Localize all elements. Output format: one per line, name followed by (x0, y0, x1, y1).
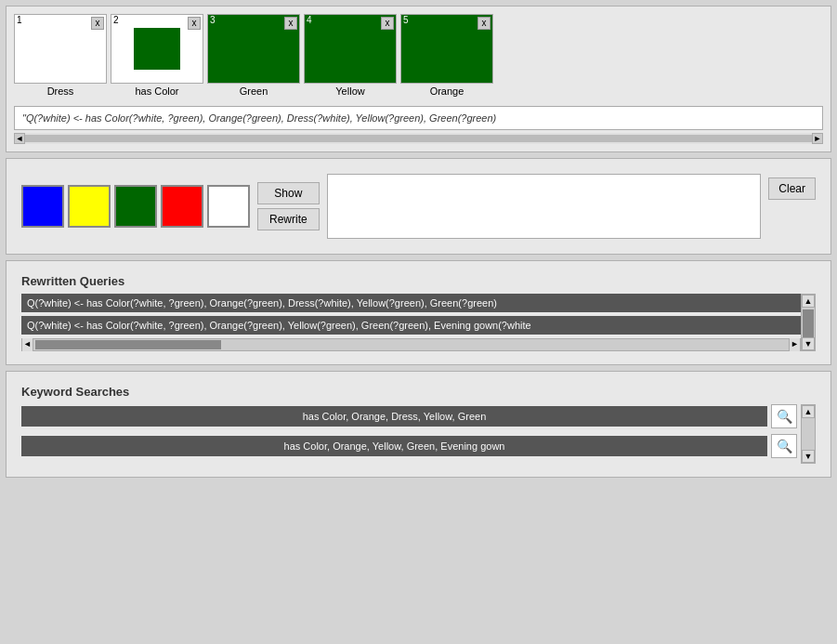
rq-vscroll-down[interactable]: ▼ (802, 337, 815, 350)
card-2-close[interactable]: x (188, 17, 201, 30)
rq-vscroll[interactable]: ▲ ▼ (801, 294, 816, 351)
ks-keyword-row-2: has Color, Orange, Yellow, Green, Evenin… (21, 434, 797, 458)
hscroll-left[interactable]: ◄ (14, 133, 25, 144)
swatch-white[interactable] (207, 185, 250, 228)
show-button[interactable]: Show (257, 182, 320, 204)
card-1-number: 1 (17, 15, 22, 25)
cards-area: 1 x Dress 2 x has Color 3 x (14, 14, 823, 144)
ks-keyword-row-1: has Color, Orange, Dress, Yellow, Green … (21, 404, 797, 428)
middle-content: Show Rewrite Clear (14, 166, 823, 246)
card-5-box: 5 x (400, 14, 493, 84)
card-3-label: Green (240, 85, 268, 97)
card-4-label: Yellow (335, 85, 364, 97)
ks-search-btn-1[interactable]: 🔍 (771, 404, 797, 428)
query-bar: "Q(?white) <- has Color(?white, ?green),… (14, 106, 823, 130)
clear-button[interactable]: Clear (768, 177, 816, 200)
rq-content: Rewritten Queries Q(?white) <- has Color… (14, 269, 823, 357)
keyword-searches-section: Keyword Searches has Color, Orange, Dres… (6, 371, 831, 478)
rq-hscroll-right[interactable]: ► (789, 338, 800, 351)
middle-section: Show Rewrite Clear (6, 158, 831, 255)
ks-vscroll-down[interactable]: ▼ (802, 450, 815, 463)
swatch-yellow[interactable] (68, 185, 111, 228)
card-5-label: Orange (430, 85, 464, 97)
ks-vscroll[interactable]: ▲ ▼ (801, 404, 816, 464)
card-2-green (134, 28, 180, 70)
card-3-box: 3 x (207, 14, 300, 84)
rq-title: Rewritten Queries (21, 274, 816, 288)
swatch-red[interactable] (161, 185, 203, 228)
ks-vscroll-up[interactable]: ▲ (802, 405, 815, 418)
rq-row: Q(?white) <- has Color(?white, ?green), … (21, 294, 816, 351)
ks-title: Keyword Searches (21, 385, 816, 399)
card-3-number: 3 (210, 15, 216, 25)
rq-item-1[interactable]: Q(?white) <- has Color(?white, ?green), … (21, 294, 801, 312)
card-2-box: 2 x (111, 14, 203, 84)
hscroll-right[interactable]: ► (812, 133, 823, 144)
rewritten-queries-section: Rewritten Queries Q(?white) <- has Color… (6, 260, 831, 365)
rq-vscroll-up[interactable]: ▲ (802, 295, 815, 308)
card-3-close[interactable]: x (284, 17, 297, 30)
card-1: 1 x Dress (14, 14, 107, 97)
rq-hscroll-track (223, 340, 789, 349)
card-1-box: 1 x (14, 14, 107, 84)
card-4: 4 x Yellow (304, 14, 397, 97)
ks-item-2: has Color, Orange, Yellow, Green, Evenin… (21, 436, 767, 456)
ks-content: Keyword Searches has Color, Orange, Dres… (14, 379, 823, 469)
card-1-close[interactable]: x (91, 17, 104, 30)
color-swatches (21, 185, 250, 228)
rq-vscroll-thumb (803, 309, 814, 337)
swatch-blue[interactable] (21, 185, 64, 228)
rewrite-output (327, 174, 762, 239)
card-3: 3 x Green (207, 14, 300, 97)
rq-list: Q(?white) <- has Color(?white, ?green), … (21, 294, 801, 351)
ks-list: has Color, Orange, Dress, Yellow, Green … (21, 404, 797, 464)
card-4-box: 4 x (304, 14, 397, 84)
card-4-close[interactable]: x (381, 17, 394, 30)
card-2-number: 2 (113, 15, 119, 25)
card-2: 2 x has Color (111, 14, 203, 97)
rq-hscroll[interactable]: ◄ ► (21, 338, 801, 351)
ks-row: has Color, Orange, Dress, Yellow, Green … (21, 404, 816, 464)
card-5-close[interactable]: x (477, 17, 490, 30)
top-section: 1 x Dress 2 x has Color 3 x (6, 6, 831, 152)
rewrite-button[interactable]: Rewrite (257, 208, 320, 230)
show-rewrite-buttons: Show Rewrite (257, 182, 320, 230)
ks-search-btn-2[interactable]: 🔍 (771, 434, 797, 458)
hscroll-track (25, 135, 812, 142)
card-5: 5 x Orange (400, 14, 493, 97)
card-1-label: Dress (47, 85, 74, 97)
swatch-dark-green[interactable] (114, 185, 157, 228)
ks-item-1: has Color, Orange, Dress, Yellow, Green (21, 406, 767, 427)
rq-hscroll-left[interactable]: ◄ (22, 338, 33, 351)
top-hscroll[interactable]: ◄ ► (14, 133, 823, 144)
cards-row: 1 x Dress 2 x has Color 3 x (14, 14, 823, 102)
card-2-label: has Color (135, 85, 178, 97)
card-4-number: 4 (307, 15, 312, 25)
rq-hscroll-thumb (35, 340, 221, 349)
card-5-number: 5 (403, 15, 409, 25)
rq-item-2[interactable]: Q(?white) <- has Color(?white, ?green), … (21, 316, 801, 335)
